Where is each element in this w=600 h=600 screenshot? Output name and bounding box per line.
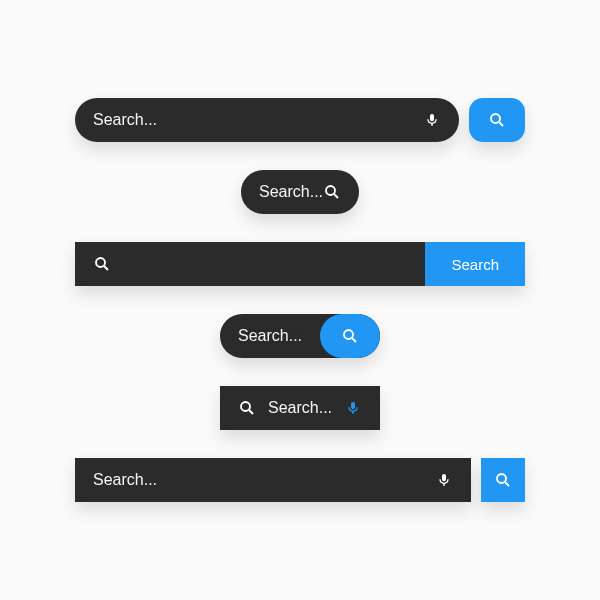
svg-line-5 (104, 266, 108, 270)
search-bar-variant-3: Search (75, 242, 525, 286)
search-bar-variant-1: Search... (75, 98, 525, 142)
svg-point-0 (491, 114, 500, 123)
search-input[interactable]: Search... (220, 327, 320, 345)
search-icon (494, 471, 512, 489)
search-input[interactable] (75, 242, 129, 286)
search-icon (238, 399, 256, 417)
search-bar-variant-6: Search... (75, 458, 525, 502)
svg-line-7 (352, 338, 356, 342)
microphone-icon[interactable] (435, 471, 453, 489)
svg-line-9 (249, 410, 253, 414)
search-input[interactable]: Search... (75, 98, 459, 142)
search-placeholder: Search... (238, 327, 302, 344)
search-bar-variant-2[interactable]: Search... (241, 170, 359, 214)
svg-point-4 (96, 258, 105, 267)
svg-point-10 (497, 474, 506, 483)
search-placeholder: Search... (93, 471, 157, 489)
search-button[interactable] (481, 458, 525, 502)
search-bar-variant-5[interactable]: Search... (220, 386, 380, 430)
microphone-icon[interactable] (423, 111, 441, 129)
search-placeholder: Search... (259, 183, 323, 201)
svg-line-3 (334, 194, 338, 198)
search-placeholder: Search... (268, 399, 332, 417)
search-button[interactable] (320, 314, 380, 358)
search-icon (93, 255, 111, 273)
search-button[interactable]: Search (425, 242, 525, 286)
search-bar-variant-4: Search... (220, 314, 380, 358)
search-icon (488, 111, 506, 129)
svg-point-2 (326, 186, 335, 195)
search-button[interactable] (469, 98, 525, 142)
search-input[interactable]: Search... (75, 458, 471, 502)
microphone-icon[interactable] (344, 399, 362, 417)
svg-line-1 (499, 122, 503, 126)
search-icon[interactable] (323, 183, 341, 201)
search-button-label: Search (451, 256, 499, 273)
svg-line-11 (505, 482, 509, 486)
search-icon (341, 327, 359, 345)
search-placeholder: Search... (93, 111, 157, 129)
svg-point-8 (241, 402, 250, 411)
svg-point-6 (344, 330, 353, 339)
